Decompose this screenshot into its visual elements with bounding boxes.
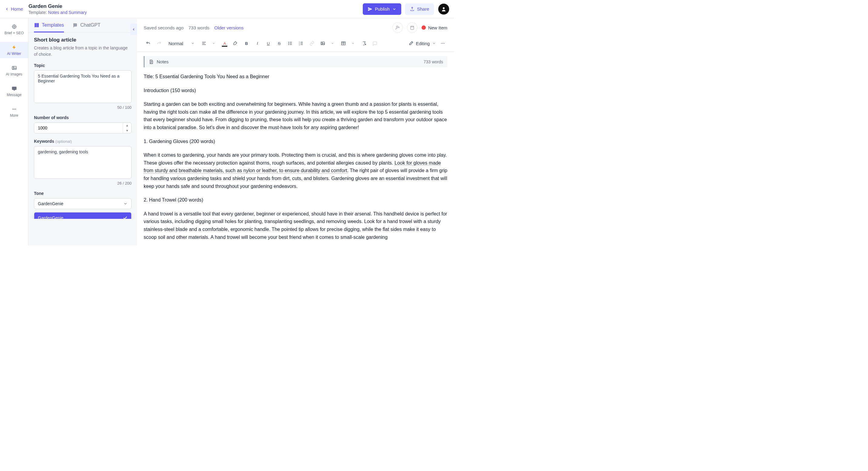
nav-item-brief-seo[interactable]: Brief + SEO: [0, 21, 28, 38]
project-title: Garden Genie: [29, 3, 87, 10]
link-button[interactable]: [307, 39, 316, 48]
status-selector[interactable]: New Item: [422, 25, 447, 30]
nav-item-message[interactable]: Message: [0, 83, 28, 99]
chevron-left-icon: [5, 7, 9, 11]
svg-point-27: [288, 43, 289, 43]
templates-panel: Templates ChatGPT Short blog article Cre…: [29, 18, 137, 246]
image-icon: [11, 65, 17, 71]
share-button[interactable]: Share: [405, 3, 434, 15]
user-plus-icon: [395, 25, 400, 30]
topic-counter: 50 / 100: [34, 105, 131, 110]
topic-input[interactable]: [34, 70, 131, 103]
chatgpt-icon: [72, 23, 78, 28]
pencil-icon: [408, 41, 413, 46]
svg-point-39: [322, 42, 323, 43]
underline-button[interactable]: U: [264, 39, 273, 48]
chevron-down-icon: [351, 42, 354, 45]
tone-select[interactable]: GardenGenie: [34, 198, 131, 209]
template-link[interactable]: Notes and Summary: [48, 10, 87, 15]
comment-button[interactable]: [370, 39, 379, 48]
highlight-button[interactable]: [231, 39, 240, 48]
undo-icon: [146, 41, 151, 46]
bulleted-list-button[interactable]: [285, 39, 294, 48]
editing-mode-select[interactable]: Editing: [408, 41, 436, 46]
tone-option-gardengenie[interactable]: GardenGenie: [34, 213, 131, 219]
nav-item-ai-writer[interactable]: AI Writer: [0, 42, 28, 58]
doc-s1-body: When it comes to gardening, your hands a…: [144, 151, 447, 190]
svg-point-1: [443, 7, 444, 9]
doc-title: Title: 5 Essential Gardening Tools You N…: [144, 73, 447, 81]
strikethrough-button[interactable]: S: [275, 39, 284, 48]
home-label: Home: [11, 6, 23, 11]
saved-status: Saved seconds ago: [144, 25, 184, 30]
list-bullet-icon: [288, 41, 292, 46]
svg-point-28: [288, 44, 289, 44]
topic-label: Topic: [34, 63, 131, 68]
notes-icon: [149, 59, 154, 64]
tab-chatgpt[interactable]: ChatGPT: [72, 23, 101, 32]
svg-rect-13: [35, 23, 36, 27]
due-date-button[interactable]: [407, 23, 417, 33]
svg-text:3: 3: [299, 44, 300, 46]
tone-label: Tone: [34, 191, 131, 196]
wordcount-step-up[interactable]: ▲: [123, 123, 131, 128]
doc-s2-heading: 2. Hand Trowel (200 words): [144, 196, 447, 204]
nav-item-ai-images[interactable]: AI Images: [0, 62, 28, 79]
document-area[interactable]: Notes 733 words Title: 5 Essential Garde…: [137, 52, 454, 246]
doc-intro-body: Starting a garden can be both exciting a…: [144, 100, 447, 131]
wordcount-input[interactable]: [34, 122, 131, 133]
template-description: Creates a blog article from a topic in t…: [34, 45, 131, 58]
insert-table-button[interactable]: [339, 39, 348, 48]
redo-button[interactable]: [155, 39, 164, 48]
word-count-top: 733 words: [188, 25, 210, 30]
publish-button[interactable]: Publish: [363, 3, 401, 15]
main-editor: Saved seconds ago 733 words Older versio…: [137, 18, 454, 246]
bold-button[interactable]: B: [242, 39, 251, 48]
document-content[interactable]: Title: 5 Essential Gardening Tools You N…: [144, 73, 447, 241]
nav-item-more[interactable]: More: [0, 104, 28, 120]
insert-table-dropdown[interactable]: [348, 39, 358, 48]
svg-rect-15: [37, 23, 39, 27]
add-collaborator-button[interactable]: [393, 23, 403, 33]
align-dropdown[interactable]: [209, 39, 218, 48]
chevron-down-icon: [191, 41, 194, 45]
doc-s2-body: A hand trowel is a versatile tool that e…: [144, 210, 447, 241]
highlight-icon: [233, 41, 238, 46]
avatar[interactable]: [438, 4, 449, 14]
svg-point-2: [12, 25, 16, 29]
insert-image-button[interactable]: [318, 39, 327, 48]
insert-image-dropdown[interactable]: [328, 39, 337, 48]
nav-label: Message: [7, 93, 22, 97]
text-color-button[interactable]: A: [220, 39, 229, 48]
nav-label: Brief + SEO: [4, 31, 24, 35]
text-color-underline-icon: [222, 46, 227, 47]
undo-button[interactable]: [144, 39, 153, 48]
clear-formatting-button[interactable]: [360, 39, 369, 48]
collapse-panel-button[interactable]: [130, 24, 137, 35]
wordcount-step-down[interactable]: ▼: [123, 128, 131, 133]
doc-s1-heading: 1. Gardening Gloves (200 words): [144, 137, 447, 146]
italic-button[interactable]: I: [253, 39, 262, 48]
align-left-icon: [202, 41, 207, 46]
table-icon: [341, 41, 346, 46]
align-button[interactable]: [199, 39, 209, 48]
tab-templates[interactable]: Templates: [34, 23, 64, 32]
chat-icon: [11, 86, 17, 92]
svg-point-10: [12, 109, 13, 110]
link-icon: [309, 41, 314, 46]
more-toolbar-button[interactable]: [438, 39, 447, 48]
older-versions-link[interactable]: Older versions: [214, 25, 244, 30]
chevron-down-icon: [212, 42, 215, 45]
clear-format-icon: [362, 41, 366, 46]
numbered-list-button[interactable]: 123: [297, 39, 306, 48]
keywords-input[interactable]: [34, 146, 131, 179]
nav-label: AI Images: [6, 72, 22, 76]
paragraph-style-select[interactable]: Normal: [165, 39, 197, 48]
svg-rect-19: [410, 26, 414, 29]
redo-icon: [157, 41, 161, 46]
status-dot-icon: [422, 26, 426, 30]
home-link[interactable]: Home: [5, 6, 29, 11]
chevron-down-icon: [123, 201, 128, 206]
notes-section-header[interactable]: Notes 733 words: [144, 56, 447, 67]
wordcount-label: Number of words: [34, 115, 131, 120]
